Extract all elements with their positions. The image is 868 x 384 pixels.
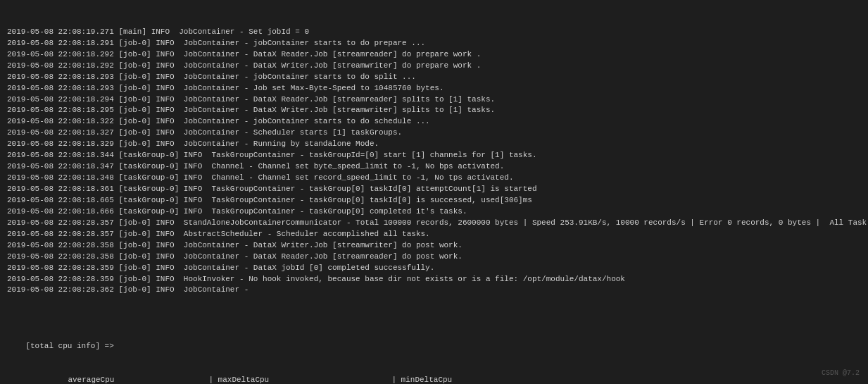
log-line: 2019-05-08 22:08:28.357 [job-0] INFO Abs… bbox=[7, 229, 861, 240]
log-line: 2019-05-08 22:08:18.361 [taskGroup-0] IN… bbox=[7, 184, 861, 195]
log-line: 2019-05-08 22:08:18.322 [job-0] INFO Job… bbox=[7, 116, 861, 128]
log-lines: 2019-05-08 22:08:19.271 [main] INFO JobC… bbox=[7, 27, 861, 297]
log-line: 2019-05-08 22:08:19.271 [main] INFO JobC… bbox=[7, 27, 861, 38]
log-line: 2019-05-08 22:08:28.359 [job-0] INFO Hoo… bbox=[7, 274, 861, 285]
avg-cpu-label: averageCpu bbox=[25, 375, 208, 384]
log-line: 2019-05-08 22:08:28.362 [job-0] INFO Job… bbox=[7, 285, 861, 296]
log-line: 2019-05-08 22:08:18.291 [job-0] INFO Job… bbox=[7, 38, 861, 49]
cpu-header: [total cpu info] => bbox=[25, 342, 113, 350]
max-delta-cpu-label: | maxDeltaCpu bbox=[208, 375, 391, 384]
log-line: 2019-05-08 22:08:28.359 [job-0] INFO Job… bbox=[7, 263, 861, 274]
log-line: 2019-05-08 22:08:18.666 [taskGroup-0] IN… bbox=[7, 206, 861, 218]
cpu-section: [total cpu info] => averageCpu| maxDelta… bbox=[7, 330, 861, 384]
log-line: 2019-05-08 22:08:28.358 [job-0] INFO Job… bbox=[7, 252, 861, 263]
log-line: 2019-05-08 22:08:18.295 [job-0] INFO Job… bbox=[7, 105, 861, 116]
log-line: 2019-05-08 22:08:18.293 [job-0] INFO Job… bbox=[7, 72, 861, 83]
log-line: 2019-05-08 22:08:28.357 [job-0] INFO Sta… bbox=[7, 218, 861, 229]
min-delta-cpu-label: | minDeltaCpu bbox=[391, 376, 452, 384]
log-line: 2019-05-08 22:08:18.293 [job-0] INFO Job… bbox=[7, 83, 861, 94]
log-container: 2019-05-08 22:08:19.271 [main] INFO JobC… bbox=[0, 0, 868, 384]
watermark: CSDN @7.2 bbox=[822, 368, 860, 379]
log-line: 2019-05-08 22:08:18.327 [job-0] INFO Job… bbox=[7, 128, 861, 139]
log-line: 2019-05-08 22:08:28.358 [job-0] INFO Job… bbox=[7, 240, 861, 252]
log-line: 2019-05-08 22:08:18.292 [job-0] INFO Job… bbox=[7, 49, 861, 61]
log-line: 2019-05-08 22:08:18.329 [job-0] INFO Job… bbox=[7, 139, 861, 150]
log-line: 2019-05-08 22:08:18.294 [job-0] INFO Job… bbox=[7, 94, 861, 106]
log-line: 2019-05-08 22:08:18.344 [taskGroup-0] IN… bbox=[7, 150, 861, 161]
log-line: 2019-05-08 22:08:18.347 [taskGroup-0] IN… bbox=[7, 161, 861, 173]
log-line: 2019-05-08 22:08:18.292 [job-0] INFO Job… bbox=[7, 61, 861, 72]
log-line: 2019-05-08 22:08:18.348 [taskGroup-0] IN… bbox=[7, 173, 861, 184]
log-line: 2019-05-08 22:08:18.665 [taskGroup-0] IN… bbox=[7, 195, 861, 206]
